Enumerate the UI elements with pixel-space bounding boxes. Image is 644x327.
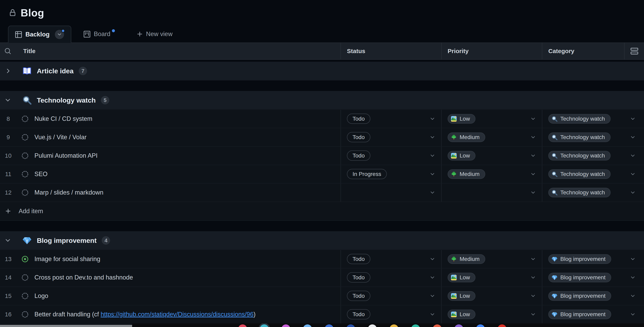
item-title-link[interactable]: https://github.com/statiqdev/Discussions…	[101, 311, 254, 318]
table-row[interactable]: 13 Image for social sharing Todo Medium …	[0, 250, 644, 268]
status-cell[interactable]	[341, 184, 442, 202]
status-pill[interactable]: Todo	[347, 150, 370, 161]
category-cell[interactable]: Blog improvement	[542, 287, 644, 305]
priority-cell[interactable]: Low	[442, 147, 542, 165]
title-cell[interactable]: 9 Vue.js / Vite / Volar	[0, 128, 341, 146]
priority-pill[interactable]: Low	[448, 114, 476, 124]
dock-app-purple-icon[interactable]	[454, 324, 463, 327]
column-header-priority[interactable]: Priority	[442, 43, 542, 59]
status-cell[interactable]: Todo	[341, 268, 442, 286]
category-pill[interactable]: Blog improvement	[548, 291, 611, 301]
chevron-down-icon[interactable]	[430, 134, 435, 140]
title-cell[interactable]: 14 Cross post on Dev.to and hashnode	[0, 268, 341, 286]
dock-app-lightblue-icon[interactable]	[303, 324, 312, 327]
chevron-down-icon[interactable]	[530, 311, 536, 317]
chevron-down-icon[interactable]	[530, 190, 536, 195]
chevron-down-icon[interactable]	[530, 275, 536, 280]
title-cell[interactable]: 8 Nuke CI / CD system	[0, 110, 341, 128]
chevron-down-icon[interactable]	[530, 153, 536, 158]
priority-pill[interactable]: Low	[448, 151, 476, 160]
chevron-down-icon[interactable]	[630, 293, 636, 299]
priority-pill[interactable]: Medium	[448, 132, 485, 142]
priority-cell[interactable]: Low	[442, 268, 542, 286]
priority-pill[interactable]: Low	[448, 273, 476, 282]
priority-cell[interactable]	[442, 184, 542, 202]
chevron-down-icon[interactable]	[430, 153, 435, 158]
priority-cell[interactable]: Low	[442, 110, 542, 128]
chevron-down-icon[interactable]	[430, 256, 435, 262]
chevron-down-icon[interactable]	[530, 171, 536, 177]
item-title[interactable]: Pulumi Automation API	[34, 152, 98, 159]
title-cell[interactable]: 12 Marp / slides / markdown	[0, 184, 341, 202]
status-cell[interactable]: Todo	[341, 128, 442, 146]
category-cell[interactable]: Blog improvement	[542, 268, 644, 286]
chevron-down-icon[interactable]	[530, 256, 536, 262]
category-cell[interactable]: Technology watch	[542, 165, 644, 183]
table-row[interactable]: 10 Pulumi Automation API Todo Low Techno…	[0, 147, 644, 165]
chevron-down-icon[interactable]	[530, 293, 536, 299]
item-title[interactable]: Vue.js / Vite / Volar	[34, 134, 86, 141]
category-cell[interactable]: Technology watch	[542, 128, 644, 146]
chevron-right-icon[interactable]	[4, 68, 11, 74]
column-header-category[interactable]: Category	[542, 43, 624, 59]
priority-cell[interactable]: Medium	[442, 165, 542, 183]
status-pill[interactable]: Todo	[347, 272, 370, 282]
tab-backlog[interactable]: Backlog	[8, 26, 71, 43]
category-cell[interactable]: Technology watch	[542, 184, 644, 202]
item-title[interactable]: SEO	[34, 171, 48, 178]
priority-cell[interactable]: Low	[442, 305, 542, 323]
chevron-down-icon[interactable]	[430, 275, 435, 280]
category-cell[interactable]: Blog improvement	[542, 305, 644, 323]
dock-app-orange-icon[interactable]	[433, 324, 442, 327]
priority-pill[interactable]: Medium	[448, 169, 485, 179]
category-pill[interactable]: Blog improvement	[548, 309, 611, 319]
item-title[interactable]: Logo	[34, 292, 48, 299]
priority-pill[interactable]: Low	[448, 309, 476, 319]
status-cell[interactable]: Todo	[341, 287, 442, 305]
priority-pill[interactable]: Low	[448, 291, 476, 301]
item-title[interactable]: Cross post on Dev.to and hashnode	[34, 274, 133, 281]
item-title[interactable]: Nuke CI / CD system	[34, 115, 92, 122]
category-pill[interactable]: Technology watch	[548, 114, 610, 124]
table-row[interactable]: 8 Nuke CI / CD system Todo Low Technolog…	[0, 110, 644, 128]
chevron-down-icon[interactable]	[630, 275, 636, 280]
table-row[interactable]: 16 Better draft handling (cf https://git…	[0, 305, 644, 324]
chevron-down-icon[interactable]	[630, 153, 636, 158]
row-height-button[interactable]	[624, 43, 644, 59]
category-cell[interactable]: Blog improvement	[542, 250, 644, 268]
item-title[interactable]: Better draft handling (cf https://github…	[34, 311, 256, 318]
chevron-down-icon[interactable]	[430, 116, 435, 122]
table-row[interactable]: 9 Vue.js / Vite / Volar Todo Medium Tech…	[0, 128, 644, 147]
dock-app-navy-icon[interactable]	[346, 324, 355, 327]
chevron-down-icon[interactable]	[630, 134, 636, 140]
chevron-down-icon[interactable]	[630, 116, 636, 122]
table-row[interactable]: 11 SEO In Progress Medium Technology wat…	[0, 165, 644, 184]
category-pill[interactable]: Technology watch	[548, 132, 610, 142]
tab-board[interactable]: Board	[77, 26, 122, 43]
dock-app-yellow-icon[interactable]	[390, 324, 398, 327]
item-title[interactable]: Image for social sharing	[34, 255, 100, 263]
chevron-down-icon[interactable]	[630, 171, 636, 177]
title-cell[interactable]: 16 Better draft handling (cf https://git…	[0, 305, 341, 323]
chevron-down-icon[interactable]	[430, 190, 435, 195]
search-icon[interactable]	[4, 48, 11, 55]
status-cell[interactable]: Todo	[341, 305, 442, 323]
title-cell[interactable]: 13 Image for social sharing	[0, 250, 341, 268]
group-header[interactable]: Technology watch 5	[0, 91, 644, 110]
chevron-down-icon[interactable]	[630, 311, 636, 317]
table-row[interactable]: 15 Logo Todo Low Blog improvement	[0, 287, 644, 305]
chevron-down-icon[interactable]	[4, 237, 11, 244]
category-pill[interactable]: Technology watch	[548, 151, 610, 160]
chevron-down-icon[interactable]	[630, 256, 636, 262]
view-options-button[interactable]	[55, 30, 64, 39]
status-cell[interactable]: In Progress	[341, 165, 442, 183]
priority-pill[interactable]: Medium	[448, 254, 485, 264]
status-cell[interactable]: Todo	[341, 147, 442, 165]
chevron-down-icon[interactable]	[430, 171, 435, 177]
chevron-down-icon[interactable]	[530, 134, 536, 140]
priority-cell[interactable]: Low	[442, 287, 542, 305]
category-pill[interactable]: Blog improvement	[548, 273, 611, 282]
chevron-down-icon[interactable]	[530, 116, 536, 122]
new-view-button[interactable]: New view	[130, 26, 179, 43]
status-pill[interactable]: In Progress	[347, 169, 387, 179]
